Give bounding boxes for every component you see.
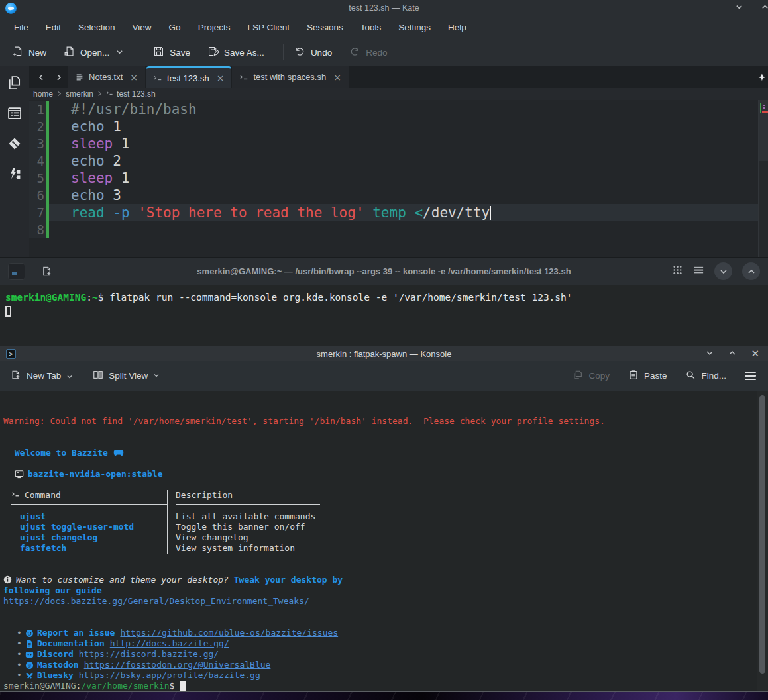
konsole-scrollbar[interactable] xyxy=(757,391,768,691)
diagnostics-panel-icon[interactable] xyxy=(6,166,23,183)
code-token: 1 xyxy=(113,136,129,152)
find-button[interactable]: Find... xyxy=(685,370,726,382)
discord-icon xyxy=(25,650,37,659)
line-number: 7 xyxy=(29,204,46,221)
code-line: sleep 1 xyxy=(49,170,130,187)
documents-panel-icon[interactable] xyxy=(6,74,23,91)
tab-notes-txt[interactable]: Notes.txt× xyxy=(68,66,146,88)
konsole-maximize-icon[interactable] xyxy=(728,348,736,360)
chevron-right-icon xyxy=(97,89,103,99)
open-dropdown-chevron-icon[interactable] xyxy=(116,48,123,58)
save-button[interactable]: Save xyxy=(153,46,190,59)
link-row-documentation: •Documentationhttp://docs.bazzite.gg/ xyxy=(3,638,752,649)
link-url[interactable]: https://bsky.app/profile/bazzite.gg xyxy=(79,670,260,681)
tab-back-button[interactable] xyxy=(32,66,50,88)
split-view-label: Split View xyxy=(109,371,148,381)
collapse-panel-icon[interactable] xyxy=(714,262,732,280)
bullet: • xyxy=(17,649,25,660)
kate-minimize-chevron-icon[interactable] xyxy=(735,2,743,14)
new-button-label: New xyxy=(28,48,46,58)
menu-view[interactable]: View xyxy=(124,16,160,38)
konsole-titlebar[interactable]: > smerkin : flatpak-spawn — Konsole ✕ xyxy=(0,346,768,361)
scrollbar-thumb[interactable] xyxy=(759,395,765,674)
breadcrumb-file[interactable]: test 123.sh xyxy=(117,89,156,99)
code-line: read -p 'Stop here to read the log' temp… xyxy=(49,204,491,221)
command-table: Command ujustujust toggle-user-motdujust… xyxy=(11,490,320,554)
tab-label: Notes.txt xyxy=(89,72,123,82)
warning-line: Warning: Could not find '/var/home/smerk… xyxy=(3,416,752,426)
line-number: 3 xyxy=(29,135,46,152)
link-url[interactable]: https://github.com/ublue-os/bazzite/issu… xyxy=(120,628,338,638)
text-cursor xyxy=(490,206,491,220)
open-button-label: Open... xyxy=(80,48,109,58)
open-button[interactable]: Open... xyxy=(64,46,123,59)
tweaks-guide-link[interactable]: https://docs.bazzite.gg/General/Desktop_… xyxy=(3,596,366,607)
link-url[interactable]: https://discord.bazzite.gg/ xyxy=(79,649,219,660)
breadcrumb-home[interactable]: home xyxy=(33,89,53,99)
editor-line: 4echo 2 xyxy=(29,152,758,170)
menu-selection[interactable]: Selection xyxy=(70,16,124,38)
kate-restore-chevron-icon[interactable] xyxy=(761,2,768,14)
konsole-minimize-icon[interactable] xyxy=(706,348,714,360)
code-token: < xyxy=(414,205,423,221)
save-as-button[interactable]: Save As... xyxy=(207,46,264,59)
paste-button[interactable]: Paste xyxy=(628,370,667,382)
menu-file[interactable]: File xyxy=(5,16,37,38)
new-button[interactable]: New xyxy=(12,46,46,59)
code-token: 2 xyxy=(105,153,121,169)
terminal-script-icon xyxy=(239,73,248,82)
konsole-terminal[interactable]: Warning: Could not find '/var/home/smerk… xyxy=(0,391,768,691)
tab-test-with-spaces-sh[interactable]: test with spaces.sh× xyxy=(232,66,349,88)
tab-close-icon[interactable]: × xyxy=(217,73,225,83)
kate-menubar: FileEditSelectionViewGoProjectsLSP Clien… xyxy=(0,16,768,38)
undo-button[interactable]: Undo xyxy=(294,46,332,59)
menu-projects[interactable]: Projects xyxy=(190,16,239,38)
new-tab-chevron-icon[interactable] xyxy=(66,372,73,382)
link-row-bluesky: •Blueskyhttps://bsky.app/profile/bazzite… xyxy=(3,670,752,681)
split-view-icon xyxy=(93,370,103,382)
tab-test-123-sh[interactable]: test 123.sh× xyxy=(146,66,232,88)
menu-sessions[interactable]: Sessions xyxy=(298,16,352,38)
breadcrumb-smerkin[interactable]: smerkin xyxy=(66,89,93,99)
table-description: List all available commands xyxy=(176,511,320,522)
menu-go[interactable]: Go xyxy=(160,16,190,38)
menu-tools[interactable]: Tools xyxy=(352,16,390,38)
kate-toolbar: New Open... Save Save As... Undo xyxy=(0,38,768,66)
redo-button[interactable]: Redo xyxy=(349,46,387,59)
grid-icon[interactable] xyxy=(672,264,683,278)
tab-forward-button[interactable] xyxy=(50,66,68,88)
new-document-icon xyxy=(12,46,23,59)
link-url[interactable]: http://docs.bazzite.gg/ xyxy=(110,638,229,649)
tab-close-icon[interactable]: × xyxy=(333,72,341,83)
info-icon xyxy=(3,575,12,584)
menu-help[interactable]: Help xyxy=(439,16,475,38)
redo-icon xyxy=(349,46,360,59)
paste-icon xyxy=(628,370,639,382)
new-tab-button[interactable]: New Tab xyxy=(11,370,73,382)
expand-panel-icon[interactable] xyxy=(742,262,760,280)
split-view-chevron-icon[interactable] xyxy=(153,371,160,381)
konsole-close-icon[interactable]: ✕ xyxy=(751,348,759,360)
git-panel-icon[interactable] xyxy=(6,135,23,152)
menu-hamburger-icon[interactable] xyxy=(745,372,756,381)
filesystem-panel-icon[interactable] xyxy=(6,105,23,122)
code-token: echo xyxy=(71,153,105,169)
terminal-block-cursor xyxy=(180,681,186,691)
split-view-button[interactable]: Split View xyxy=(93,370,160,382)
link-url[interactable]: https://fosstodon.org/@UniversalBlue xyxy=(84,660,271,670)
tab-close-icon[interactable]: × xyxy=(130,72,138,83)
prompt-user: smerkin@GAMING xyxy=(5,292,86,303)
code-token: 'Stop here to read the log' xyxy=(138,205,364,221)
save-as-button-label: Save As... xyxy=(224,48,264,58)
lightning-icon[interactable] xyxy=(757,66,768,88)
hamburger-icon[interactable] xyxy=(693,264,704,278)
kate-titlebar[interactable]: test 123.sh — Kate xyxy=(0,0,768,16)
embedded-terminal[interactable]: smerkin@GAMING:~$ flatpak run --command=… xyxy=(0,285,768,346)
copy-button[interactable]: Copy xyxy=(573,370,610,382)
menu-lsp-client[interactable]: LSP Client xyxy=(239,16,298,38)
minimap-scrollbar[interactable] xyxy=(758,100,768,257)
code-editor[interactable]: 1#!/usr/bin/bash2echo 13sleep 14echo 25s… xyxy=(29,100,768,257)
menu-edit[interactable]: Edit xyxy=(37,16,70,38)
menu-settings[interactable]: Settings xyxy=(390,16,439,38)
copy-icon xyxy=(573,370,583,382)
